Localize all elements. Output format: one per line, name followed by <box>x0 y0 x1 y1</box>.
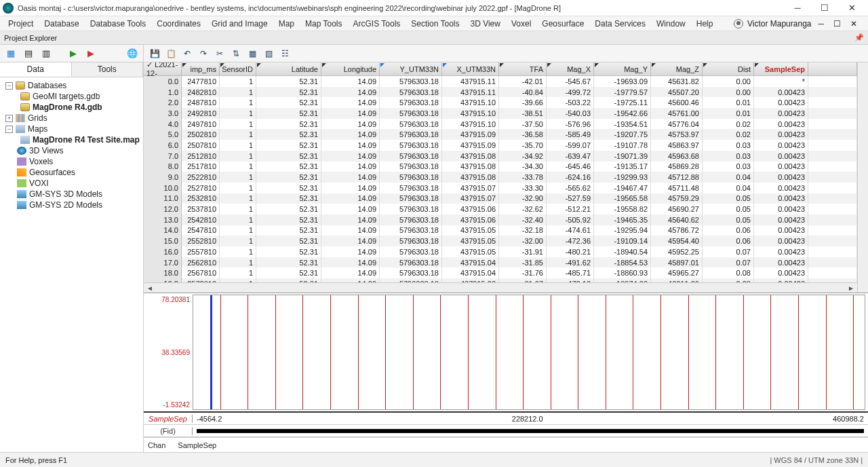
cell[interactable]: -503.22 <box>547 97 594 108</box>
table-icon[interactable]: ▦ <box>245 47 259 60</box>
cell[interactable]: 0.00423 <box>754 140 808 151</box>
cell[interactable]: 1 <box>220 172 256 183</box>
menu-map[interactable]: Map <box>273 18 300 30</box>
cell[interactable]: 2532810 <box>182 193 220 204</box>
cell[interactable]: 0.00 <box>703 76 754 87</box>
cell[interactable]: 0.00423 <box>754 108 808 119</box>
tree-gmsys3d[interactable]: GM-SYS 3D Models <box>3 189 140 200</box>
cell[interactable]: 1 <box>220 119 256 130</box>
cell[interactable]: 2557810 <box>182 246 220 257</box>
minimize-button[interactable]: ─ <box>784 1 811 16</box>
cell[interactable]: 5796303.18 <box>380 108 442 119</box>
cell[interactable]: 2522810 <box>182 172 220 183</box>
cell[interactable]: 2567810 <box>182 267 220 278</box>
cell[interactable]: 14.09 <box>321 108 380 119</box>
table-row[interactable]: 17.02562810152.3114.095796303.18437915.0… <box>144 257 857 268</box>
cell[interactable]: -491.62 <box>547 257 594 268</box>
table-row[interactable]: 1.02482810152.3114.095796303.18437915.11… <box>144 87 857 98</box>
tree-databases[interactable]: −Databases <box>3 80 140 91</box>
col-header-my[interactable]: Mag_Y <box>594 62 651 75</box>
redo-icon[interactable]: ↷ <box>197 47 210 60</box>
cell[interactable]: 0.00423 <box>754 129 808 140</box>
cell[interactable]: -19109.14 <box>594 236 651 246</box>
cell[interactable]: 0.05 <box>703 204 754 214</box>
cell[interactable]: -35.70 <box>499 140 547 151</box>
cell[interactable]: 45753.97 <box>651 129 703 140</box>
cell[interactable]: 437915.08 <box>442 151 499 162</box>
cell[interactable]: 14.09 <box>321 204 380 214</box>
table-row[interactable]: 4.02497810152.3114.095796303.18437915.10… <box>144 119 857 130</box>
pin-icon[interactable]: 📌 <box>854 33 864 42</box>
cell[interactable]: 17.0 <box>144 257 182 268</box>
table-row[interactable]: 2.02487810152.3114.095796303.18437915.10… <box>144 97 857 108</box>
grid-vscroll[interactable] <box>857 62 868 293</box>
cell[interactable]: -32.18 <box>499 225 547 236</box>
cell[interactable]: 14.09 <box>321 76 380 87</box>
table-row[interactable]: 7.02512810152.3114.095796303.18437915.08… <box>144 151 857 162</box>
cell[interactable]: 52.31 <box>256 236 321 246</box>
cell[interactable]: 4.0 <box>144 119 182 130</box>
cell[interactable]: -639.47 <box>547 151 594 162</box>
table-row[interactable]: 16.02557810152.3114.095796303.18437915.0… <box>144 246 857 257</box>
table-row[interactable]: 14.02547810152.3114.095796303.18437915.0… <box>144 225 857 236</box>
cell[interactable]: 1.0 <box>144 87 182 98</box>
cell[interactable]: 45952.25 <box>651 246 703 257</box>
cell[interactable]: 5796303.18 <box>380 172 442 183</box>
cell[interactable]: -19071.39 <box>594 151 651 162</box>
cell[interactable]: -527.59 <box>547 193 594 204</box>
col-header-tfa[interactable]: TFA <box>499 62 547 75</box>
cell[interactable]: 52.31 <box>256 151 321 162</box>
cell[interactable]: -19295.94 <box>594 225 651 236</box>
table-row[interactable]: 15.02552810152.3114.095796303.18437915.0… <box>144 236 857 246</box>
cell[interactable]: 52.31 <box>256 140 321 151</box>
tree-maps[interactable]: −Maps <box>3 124 140 134</box>
play-icon[interactable]: ▶ <box>66 47 80 60</box>
cell[interactable]: 437915.10 <box>442 119 499 130</box>
cell[interactable]: 16.0 <box>144 246 182 257</box>
cell[interactable]: 14.09 <box>321 162 380 172</box>
chart-icon[interactable]: ▧ <box>262 47 275 60</box>
cell[interactable]: 45863.97 <box>651 140 703 151</box>
cell[interactable]: 14.09 <box>321 129 380 140</box>
cell[interactable]: 437915.09 <box>442 140 499 151</box>
cell[interactable]: 0.00423 <box>754 97 808 108</box>
cell[interactable]: 5796303.18 <box>380 87 442 98</box>
cell[interactable]: 2507810 <box>182 140 220 151</box>
cell[interactable]: 1 <box>220 246 256 257</box>
cell[interactable]: 11.0 <box>144 193 182 204</box>
cell[interactable]: 0.01 <box>703 108 754 119</box>
cell[interactable]: 14.09 <box>321 267 380 278</box>
col-header-ts[interactable]: imp_ms <box>182 62 220 75</box>
col-header-x[interactable]: X_UTM33N <box>442 62 499 75</box>
cell[interactable]: 14.09 <box>321 183 380 193</box>
cell[interactable]: 45954.40 <box>651 236 703 246</box>
table-row[interactable]: 0.02477810152.3114.095796303.18437915.11… <box>144 76 857 87</box>
cell[interactable]: 14.09 <box>321 257 380 268</box>
cell[interactable]: 52.31 <box>256 246 321 257</box>
cell[interactable]: 437915.05 <box>442 225 499 236</box>
cell[interactable]: 45963.68 <box>651 151 703 162</box>
cell[interactable]: 1 <box>220 257 256 268</box>
cell[interactable]: -42.01 <box>499 76 547 87</box>
cell[interactable]: -19465.35 <box>594 214 651 225</box>
table-row[interactable]: 11.02532810152.3114.095796303.18437915.0… <box>144 193 857 204</box>
tool-view2-icon[interactable]: ▤ <box>22 47 35 60</box>
maximize-button[interactable]: ☐ <box>811 1 838 16</box>
cell[interactable]: 14.0 <box>144 225 182 236</box>
scroll-right-icon[interactable]: ► <box>848 284 854 292</box>
cell[interactable]: -19565.58 <box>594 193 651 204</box>
cell[interactable]: 45897.01 <box>651 257 703 268</box>
cell[interactable]: -474.61 <box>547 225 594 236</box>
cell[interactable]: -32.40 <box>499 214 547 225</box>
cell[interactable]: 2542810 <box>182 214 220 225</box>
cell[interactable]: 0.04 <box>703 172 754 183</box>
col-header-sid[interactable]: SensorID <box>220 62 256 75</box>
cell[interactable]: -34.92 <box>499 151 547 162</box>
table-row[interactable]: 12.02537810152.3114.095796303.18437915.0… <box>144 204 857 214</box>
cell[interactable]: 45711.48 <box>651 183 703 193</box>
cell[interactable]: 2527810 <box>182 183 220 193</box>
menu-grid-image[interactable]: Grid and Image <box>206 18 273 30</box>
cell[interactable]: -31.76 <box>499 267 547 278</box>
tool-view3-icon[interactable]: ▥ <box>39 47 53 60</box>
cell[interactable]: 0.00423 <box>754 204 808 214</box>
